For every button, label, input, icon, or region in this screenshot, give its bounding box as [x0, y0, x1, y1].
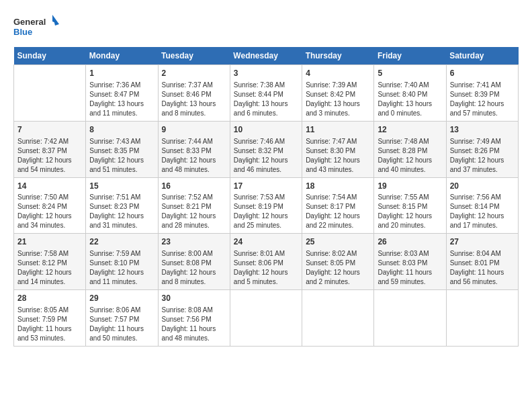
table-cell	[302, 290, 374, 347]
table-cell: 9Sunrise: 7:44 AMSunset: 8:33 PMDaylight…	[158, 121, 230, 177]
day-number: 30	[162, 293, 226, 304]
table-cell: 4Sunrise: 7:39 AMSunset: 8:42 PMDaylight…	[302, 65, 374, 122]
day-number: 7	[17, 124, 82, 136]
header-tuesday: Tuesday	[158, 47, 230, 65]
day-number: 20	[450, 181, 515, 192]
day-info: Sunrise: 7:43 AMSunset: 8:35 PMDaylight:…	[89, 137, 154, 175]
day-info: Sunrise: 8:05 AMSunset: 7:59 PMDaylight:…	[17, 306, 82, 343]
day-info: Sunrise: 8:01 AMSunset: 8:06 PMDaylight:…	[234, 249, 298, 287]
day-info: Sunrise: 7:58 AMSunset: 8:12 PMDaylight:…	[17, 249, 82, 287]
day-number: 15	[89, 181, 154, 192]
day-number: 28	[17, 293, 82, 304]
table-cell: 1Sunrise: 7:36 AMSunset: 8:47 PMDaylight…	[86, 65, 158, 122]
day-number: 19	[378, 181, 442, 192]
table-cell: 12Sunrise: 7:48 AMSunset: 8:28 PMDayligh…	[374, 121, 446, 177]
day-number: 12	[378, 124, 442, 136]
day-info: Sunrise: 8:00 AMSunset: 8:08 PMDaylight:…	[162, 249, 226, 287]
day-number: 25	[306, 236, 370, 248]
week-row-2: 7Sunrise: 7:42 AMSunset: 8:37 PMDaylight…	[14, 121, 519, 177]
table-cell	[230, 290, 302, 347]
table-cell: 24Sunrise: 8:01 AMSunset: 8:06 PMDayligh…	[230, 234, 302, 290]
day-info: Sunrise: 7:59 AMSunset: 8:10 PMDaylight:…	[89, 249, 154, 287]
table-cell: 17Sunrise: 7:53 AMSunset: 8:19 PMDayligh…	[230, 177, 302, 234]
table-cell: 10Sunrise: 7:46 AMSunset: 8:32 PMDayligh…	[230, 121, 302, 177]
day-number: 21	[17, 236, 82, 248]
day-info: Sunrise: 7:37 AMSunset: 8:46 PMDaylight:…	[162, 81, 226, 118]
table-cell	[446, 290, 518, 347]
day-info: Sunrise: 8:08 AMSunset: 7:56 PMDaylight:…	[162, 306, 226, 343]
header: General Blue	[13, 13, 519, 40]
week-row-5: 28Sunrise: 8:05 AMSunset: 7:59 PMDayligh…	[14, 290, 519, 347]
table-cell: 5Sunrise: 7:40 AMSunset: 8:40 PMDaylight…	[374, 65, 446, 122]
day-info: Sunrise: 8:03 AMSunset: 8:03 PMDaylight:…	[378, 249, 442, 287]
logo-svg: General Blue	[13, 13, 60, 40]
day-info: Sunrise: 7:55 AMSunset: 8:15 PMDaylight:…	[378, 193, 442, 230]
calendar-table: SundayMondayTuesdayWednesdayThursdayFrid…	[13, 47, 519, 347]
svg-text:General: General	[13, 17, 46, 27]
day-number: 18	[306, 181, 370, 192]
week-row-4: 21Sunrise: 7:58 AMSunset: 8:12 PMDayligh…	[14, 234, 519, 290]
table-cell: 7Sunrise: 7:42 AMSunset: 8:37 PMDaylight…	[14, 121, 86, 177]
table-cell: 21Sunrise: 7:58 AMSunset: 8:12 PMDayligh…	[14, 234, 86, 290]
day-number: 11	[306, 124, 370, 136]
day-info: Sunrise: 7:40 AMSunset: 8:40 PMDaylight:…	[378, 81, 442, 118]
table-cell: 23Sunrise: 8:00 AMSunset: 8:08 PMDayligh…	[158, 234, 230, 290]
day-info: Sunrise: 7:44 AMSunset: 8:33 PMDaylight:…	[162, 137, 226, 175]
table-cell: 27Sunrise: 8:04 AMSunset: 8:01 PMDayligh…	[446, 234, 518, 290]
day-number: 8	[89, 124, 154, 136]
day-info: Sunrise: 8:06 AMSunset: 7:57 PMDaylight:…	[89, 306, 154, 343]
header-wednesday: Wednesday	[230, 47, 302, 65]
header-saturday: Saturday	[446, 47, 518, 65]
table-cell: 13Sunrise: 7:49 AMSunset: 8:26 PMDayligh…	[446, 121, 518, 177]
day-info: Sunrise: 7:41 AMSunset: 8:39 PMDaylight:…	[450, 81, 515, 118]
logo: General Blue	[13, 13, 60, 40]
day-info: Sunrise: 7:56 AMSunset: 8:14 PMDaylight:…	[450, 193, 515, 230]
day-number: 5	[378, 68, 442, 79]
table-cell: 25Sunrise: 8:02 AMSunset: 8:05 PMDayligh…	[302, 234, 374, 290]
table-cell: 29Sunrise: 8:06 AMSunset: 7:57 PMDayligh…	[86, 290, 158, 347]
day-number: 4	[306, 68, 370, 79]
day-info: Sunrise: 7:53 AMSunset: 8:19 PMDaylight:…	[234, 193, 298, 230]
day-info: Sunrise: 7:42 AMSunset: 8:37 PMDaylight:…	[17, 137, 82, 175]
table-cell: 8Sunrise: 7:43 AMSunset: 8:35 PMDaylight…	[86, 121, 158, 177]
day-info: Sunrise: 7:51 AMSunset: 8:23 PMDaylight:…	[89, 193, 154, 230]
table-cell: 22Sunrise: 7:59 AMSunset: 8:10 PMDayligh…	[86, 234, 158, 290]
day-number: 3	[234, 68, 298, 79]
day-info: Sunrise: 8:02 AMSunset: 8:05 PMDaylight:…	[306, 249, 370, 287]
header-monday: Monday	[86, 47, 158, 65]
day-number: 2	[162, 68, 226, 79]
day-number: 9	[162, 124, 226, 136]
table-cell: 14Sunrise: 7:50 AMSunset: 8:24 PMDayligh…	[14, 177, 86, 234]
table-cell	[374, 290, 446, 347]
header-thursday: Thursday	[302, 47, 374, 65]
day-info: Sunrise: 7:54 AMSunset: 8:17 PMDaylight:…	[306, 193, 370, 230]
day-number: 23	[162, 236, 226, 248]
table-cell: 16Sunrise: 7:52 AMSunset: 8:21 PMDayligh…	[158, 177, 230, 234]
table-cell: 30Sunrise: 8:08 AMSunset: 7:56 PMDayligh…	[158, 290, 230, 347]
table-cell: 15Sunrise: 7:51 AMSunset: 8:23 PMDayligh…	[86, 177, 158, 234]
table-cell	[14, 65, 86, 122]
day-number: 24	[234, 236, 298, 248]
day-number: 16	[162, 181, 226, 192]
day-number: 22	[89, 236, 154, 248]
day-number: 26	[378, 236, 442, 248]
day-number: 17	[234, 181, 298, 192]
table-cell: 28Sunrise: 8:05 AMSunset: 7:59 PMDayligh…	[14, 290, 86, 347]
day-info: Sunrise: 7:50 AMSunset: 8:24 PMDaylight:…	[17, 193, 82, 230]
week-row-3: 14Sunrise: 7:50 AMSunset: 8:24 PMDayligh…	[14, 177, 519, 234]
day-info: Sunrise: 8:04 AMSunset: 8:01 PMDaylight:…	[450, 249, 515, 287]
table-cell: 19Sunrise: 7:55 AMSunset: 8:15 PMDayligh…	[374, 177, 446, 234]
day-number: 13	[450, 124, 515, 136]
table-cell: 3Sunrise: 7:38 AMSunset: 8:44 PMDaylight…	[230, 65, 302, 122]
table-cell: 6Sunrise: 7:41 AMSunset: 8:39 PMDaylight…	[446, 65, 518, 122]
day-info: Sunrise: 7:49 AMSunset: 8:26 PMDaylight:…	[450, 137, 515, 175]
table-cell: 20Sunrise: 7:56 AMSunset: 8:14 PMDayligh…	[446, 177, 518, 234]
day-number: 29	[89, 293, 154, 304]
table-cell: 26Sunrise: 8:03 AMSunset: 8:03 PMDayligh…	[374, 234, 446, 290]
header-sunday: Sunday	[14, 47, 86, 65]
weekday-header-row: SundayMondayTuesdayWednesdayThursdayFrid…	[14, 47, 519, 65]
svg-text:Blue: Blue	[13, 27, 32, 37]
header-friday: Friday	[374, 47, 446, 65]
table-cell: 11Sunrise: 7:47 AMSunset: 8:30 PMDayligh…	[302, 121, 374, 177]
day-info: Sunrise: 7:39 AMSunset: 8:42 PMDaylight:…	[306, 81, 370, 118]
